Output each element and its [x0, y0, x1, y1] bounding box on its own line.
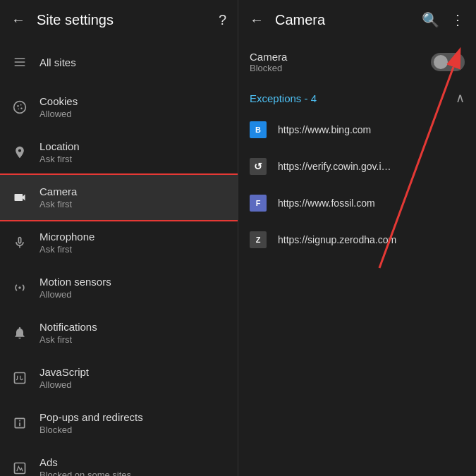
search-icon[interactable]: 🔍: [422, 11, 439, 28]
right-back-button[interactable]: ←: [250, 12, 264, 28]
all-sites-label: All sites: [39, 56, 76, 68]
fossil-url: https://www.fossil.com: [278, 197, 375, 209]
sidebar-item-ads[interactable]: Ads Blocked on some sites: [0, 446, 238, 476]
popups-sublabel: Blocked: [39, 425, 143, 435]
motion-sensors-sublabel: Allowed: [39, 289, 111, 300]
svg-point-5: [20, 104, 22, 106]
popups-label: Pop-ups and redirects: [39, 411, 143, 423]
svg-rect-8: [15, 373, 25, 384]
sidebar-item-popups[interactable]: Pop-ups and redirects Blocked: [0, 401, 238, 446]
microphone-label: Microphone: [39, 231, 94, 243]
location-sublabel: Ask first: [39, 154, 80, 164]
camera-toggle-label: Camera: [250, 51, 287, 63]
help-icon[interactable]: ?: [219, 12, 226, 28]
camera-toggle-sublabel: Blocked: [250, 63, 287, 73]
svg-point-4: [17, 105, 19, 107]
cowin-favicon: ↺: [250, 158, 267, 175]
ads-sublabel: Blocked on some sites: [39, 470, 131, 476]
exception-item-fossil[interactable]: F https://www.fossil.com: [238, 185, 476, 221]
camera-label: Camera: [39, 185, 77, 197]
camera-toggle-row: Camera Blocked: [238, 39, 476, 85]
zerodha-url: https://signup.zerodha.com: [278, 234, 396, 245]
sidebar-item-location[interactable]: Location Ask first: [0, 130, 238, 175]
fossil-favicon: F: [250, 195, 267, 212]
page-title: Site settings: [37, 12, 207, 28]
svg-point-6: [20, 107, 23, 109]
right-title: Camera: [275, 12, 410, 28]
motion-sensors-icon: [11, 279, 28, 296]
cookies-icon: [11, 99, 28, 116]
camera-icon: [11, 189, 28, 206]
svg-rect-0: [15, 58, 25, 59]
bing-favicon: B: [250, 121, 267, 138]
exception-item-zerodha[interactable]: Z https://signup.zerodha.com: [238, 221, 476, 258]
exceptions-label: Exceptions - 4: [250, 92, 317, 104]
camera-toggle-switch[interactable]: [431, 53, 465, 71]
back-button[interactable]: ←: [11, 12, 25, 28]
exceptions-row: Exceptions - 4 ∧: [238, 85, 476, 111]
motion-sensors-label: Motion sensors: [39, 276, 111, 288]
svg-point-7: [18, 109, 20, 110]
ads-icon: [11, 460, 28, 476]
right-panel: ← Camera 🔍 ⋮ Camera Blocked Exceptions -…: [238, 0, 476, 476]
javascript-sublabel: Allowed: [39, 379, 89, 390]
list-icon: [11, 54, 28, 71]
notifications-sublabel: Ask first: [39, 334, 97, 345]
camera-sublabel: Ask first: [39, 199, 77, 209]
javascript-icon: [11, 370, 28, 386]
sidebar-item-cookies[interactable]: Cookies Allowed: [0, 85, 238, 130]
cookies-sublabel: Allowed: [39, 109, 78, 119]
sidebar-item-all-sites[interactable]: All sites: [0, 39, 238, 85]
popups-icon: [11, 415, 28, 432]
sidebar-item-javascript[interactable]: JavaScript Allowed: [0, 355, 238, 401]
microphone-icon: [11, 234, 28, 251]
settings-list: All sites Cookies Allowed: [0, 39, 238, 476]
svg-rect-1: [15, 61, 25, 63]
exception-item-bing[interactable]: B https://www.bing.com: [238, 111, 476, 148]
exceptions-list: B https://www.bing.com ↺ https://verify.…: [238, 111, 476, 258]
notifications-label: Notifications: [39, 321, 97, 333]
cookies-label: Cookies: [39, 95, 78, 107]
location-icon: [11, 144, 28, 161]
sidebar-item-motion-sensors[interactable]: Motion sensors Allowed: [0, 265, 238, 310]
svg-rect-2: [15, 65, 25, 66]
svg-point-3: [14, 102, 26, 114]
microphone-sublabel: Ask first: [39, 244, 94, 255]
more-options-icon[interactable]: ⋮: [451, 11, 465, 28]
right-header: ← Camera 🔍 ⋮: [238, 0, 476, 39]
bing-url: https://www.bing.com: [278, 124, 371, 135]
sidebar-item-notifications[interactable]: Notifications Ask first: [0, 310, 238, 355]
sidebar-item-microphone[interactable]: Microphone Ask first: [0, 220, 238, 265]
chevron-up-icon[interactable]: ∧: [456, 90, 465, 106]
notifications-icon: [11, 324, 28, 341]
cowin-url: https://verify.cowin.gov.i…: [278, 161, 391, 172]
sidebar-item-camera[interactable]: Camera Ask first: [0, 175, 238, 220]
exception-item-cowin[interactable]: ↺ https://verify.cowin.gov.i…: [238, 148, 476, 185]
location-label: Location: [39, 140, 80, 152]
left-header: ← Site settings ?: [0, 0, 238, 39]
ads-label: Ads: [39, 456, 131, 468]
right-panel-wrapper: ← Camera 🔍 ⋮ Camera Blocked Exceptions -…: [238, 0, 476, 476]
left-panel: ← Site settings ? All sites: [0, 0, 238, 476]
zerodha-favicon: Z: [250, 231, 267, 248]
javascript-label: JavaScript: [39, 366, 89, 378]
